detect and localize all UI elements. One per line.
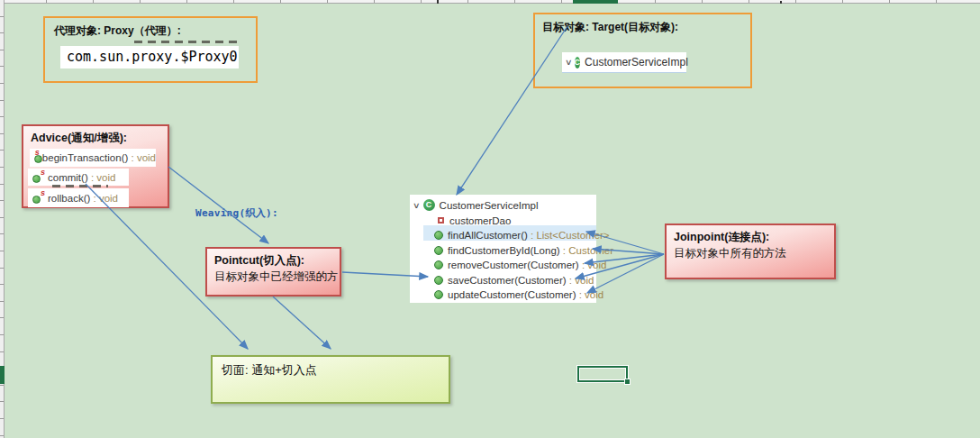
advice-shape[interactable]: Advice(通知/增强): s beginTransaction() : vo…	[22, 124, 169, 208]
pointcut-shape[interactable]: Pointcut(切入点): 目标对象中已经增强的方	[205, 247, 341, 297]
selected-row-indicator	[0, 366, 5, 384]
method-row[interactable]: findCustomerById(Long) : Customer	[434, 243, 613, 257]
weaving-label: Weaving(织入):	[195, 206, 278, 220]
method-row[interactable]: updateCustomer(Customer) : void	[434, 287, 603, 301]
proxy-shape[interactable]: 代理对象: Proxy（代理）: com.sun.proxy.$Proxy0	[43, 16, 258, 83]
aspect-shape[interactable]: 切面: 通知+切入点	[211, 355, 450, 404]
method-return: : void	[579, 260, 607, 270]
method-return: : List<Customer>	[528, 230, 610, 241]
static-method-icon: s	[32, 172, 44, 183]
joinpoint-title: Joinpoint(连接点):	[674, 230, 769, 245]
target-class-entry[interactable]: ∨ C CustomerServiceImpl	[562, 52, 686, 73]
class-icon: C	[423, 199, 435, 211]
clipped-text-artifact	[52, 185, 108, 187]
clipped-text-artifact	[134, 41, 237, 43]
method-name: beginTransaction()	[42, 152, 128, 163]
target-title: 目标对象: Target(目标对象):	[542, 20, 678, 35]
method-return: : Customer	[560, 245, 613, 256]
class-icon: C	[575, 57, 581, 68]
fill-handle[interactable]	[624, 379, 631, 385]
method-return: : void	[88, 172, 116, 183]
method-name: updateCustomer(Customer)	[448, 289, 576, 300]
selected-cell[interactable]	[577, 366, 628, 382]
method-icon	[434, 260, 443, 269]
advice-method-row: s rollback() : void	[28, 188, 129, 207]
chevron-down-icon: ∨	[565, 58, 573, 67]
pointcut-title: Pointcut(切入点):	[214, 253, 304, 269]
method-icon	[434, 231, 443, 240]
method-return: : void	[576, 289, 604, 300]
method-icon	[434, 290, 443, 299]
ruler-artifact	[437, 0, 439, 4]
arrow-pointcut-to-aspect	[273, 297, 331, 349]
method-icon	[434, 246, 443, 255]
ruler-artifact	[780, 1, 782, 4]
selected-column-indicator	[573, 0, 618, 4]
field-icon	[438, 217, 444, 224]
joinpoint-shape[interactable]: Joinpoint(连接点): 目标对象中所有的方法	[665, 224, 836, 279]
static-method-icon: s	[32, 193, 44, 204]
advice-title: Advice(通知/增强):	[31, 131, 127, 146]
column-headers-strip	[0, 0, 980, 4]
method-row[interactable]: removeCustomer(Customer) : void	[434, 258, 606, 271]
chevron-down-icon: ∨	[413, 201, 421, 210]
joinpoint-desc: 目标对象中所有的方法	[674, 246, 786, 261]
row-headers-strip	[0, 0, 5, 438]
method-name: saveCustomer(Customer)	[448, 275, 567, 286]
spreadsheet-canvas: 代理对象: Proxy（代理）: com.sun.proxy.$Proxy0 目…	[0, 0, 980, 438]
proxy-class-code: com.sun.proxy.$Proxy0	[60, 46, 239, 68]
method-icon	[434, 276, 443, 285]
field-name: customerDao	[449, 215, 511, 226]
field-row[interactable]: customerDao	[438, 214, 511, 227]
static-method-icon: s	[34, 152, 39, 163]
class-row[interactable]: ∨ C CustomerServiceImpl	[413, 198, 539, 212]
arrow-advice-to-pointcut	[168, 167, 268, 243]
method-return: : void	[90, 193, 118, 204]
method-name: removeCustomer(Customer)	[448, 260, 579, 270]
pointcut-desc: 目标对象中已经增强的方	[214, 269, 339, 285]
class-name: CustomerServiceImpl	[440, 200, 539, 211]
class-outline-panel: ∨ C CustomerServiceImpl customerDao find…	[410, 195, 596, 303]
proxy-title: 代理对象: Proxy（代理）:	[54, 23, 181, 39]
method-row[interactable]: findAllCustomer() : List<Customer>	[434, 228, 610, 242]
method-name: rollback()	[48, 193, 90, 204]
target-shape[interactable]: 目标对象: Target(目标对象): ∨ C CustomerServiceI…	[533, 13, 752, 88]
advice-method-row: s beginTransaction() : void	[30, 149, 156, 167]
aspect-text: 切面: 通知+切入点	[222, 362, 317, 379]
method-name: findAllCustomer()	[448, 230, 528, 241]
method-name: commit()	[48, 172, 88, 183]
method-name: findCustomerById(Long)	[448, 245, 560, 256]
method-row[interactable]: saveCustomer(Customer) : void	[434, 273, 594, 287]
advice-method-row: s commit() : void	[28, 169, 129, 186]
method-return: : void	[128, 152, 156, 163]
target-class-name: CustomerServiceImpl	[585, 56, 688, 68]
method-return: : void	[567, 275, 594, 286]
